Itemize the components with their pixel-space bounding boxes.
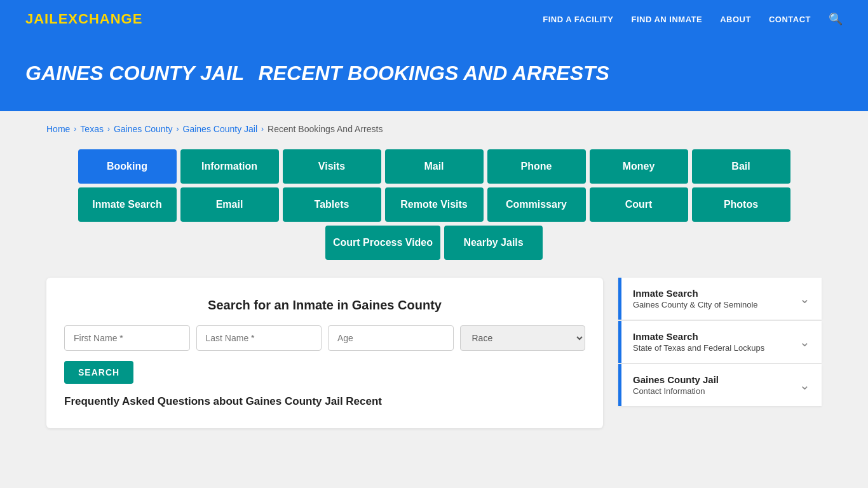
btn-email[interactable]: Email [180,187,279,222]
btn-photos[interactable]: Photos [692,187,790,222]
btn-information[interactable]: Information [180,149,279,184]
site-logo[interactable]: JAILEXCHANGE [25,11,142,27]
breadcrumb-sep-1: › [74,125,76,133]
race-select[interactable]: Race White Black Hispanic Asian Other [460,325,586,351]
btn-phone[interactable]: Phone [487,149,586,184]
breadcrumb-gaines-county[interactable]: Gaines County [114,124,173,134]
btn-money[interactable]: Money [590,149,688,184]
sidebar-item-3-subtitle: Contact Information [633,386,719,396]
content-layout: Search for an Inmate in Gaines County Ra… [46,278,822,428]
logo-jail: JAIL [25,11,58,27]
chevron-down-icon: ⌄ [799,291,810,306]
main-nav: FIND A FACILITY FIND AN INMATE ABOUT CON… [543,12,843,26]
breadcrumb-sep-3: › [177,125,179,133]
search-heading: Search for an Inmate in Gaines County [64,298,585,313]
btn-inmate-search[interactable]: Inmate Search [78,187,177,222]
breadcrumb-current: Recent Bookings And Arrests [268,124,383,134]
btn-tablets[interactable]: Tablets [283,187,381,222]
breadcrumb-home[interactable]: Home [46,124,70,134]
sidebar-item-1-title: Inmate Search [633,288,758,299]
btn-court[interactable]: Court [590,187,688,222]
search-form: Race White Black Hispanic Asian Other [64,325,585,351]
btn-court-process-video[interactable]: Court Process Video [325,226,440,260]
breadcrumb-texas[interactable]: Texas [80,124,104,134]
navigation-buttons: Booking Information Visits Mail Phone Mo… [46,149,822,260]
site-header: JAILEXCHANGE FIND A FACILITY FIND AN INM… [0,0,868,38]
breadcrumb-sep-4: › [261,125,264,133]
sidebar-item-2-subtitle: State of Texas and Federal Lockups [633,343,764,353]
btn-bail[interactable]: Bail [692,149,790,184]
chevron-down-icon-2: ⌄ [799,334,810,349]
nav-find-inmate[interactable]: FIND AN INMATE [631,15,702,24]
sidebar-item-1-subtitle: Gaines County & City of Seminole [633,300,758,309]
main-content: Home › Texas › Gaines County › Gaines Co… [21,111,847,441]
btn-remote-visits[interactable]: Remote Visits [385,187,484,222]
page-title: Gaines County Jail RECENT BOOKINGS AND A… [25,57,843,86]
nav-find-facility[interactable]: FIND A FACILITY [543,15,613,24]
logo-exchange: EXCHANGE [58,11,143,27]
button-row-1: Booking Information Visits Mail Phone Mo… [46,149,822,184]
nav-about[interactable]: ABOUT [720,15,751,24]
last-name-input[interactable] [196,325,322,351]
sidebar-item-2[interactable]: Inmate Search State of Texas and Federal… [618,321,822,363]
sidebar-item-2-title: Inmate Search [633,331,764,342]
chevron-down-icon-3: ⌄ [799,377,810,393]
first-name-input[interactable] [64,325,190,351]
btn-visits[interactable]: Visits [283,149,381,184]
search-icon[interactable]: 🔍 [829,12,843,26]
breadcrumb: Home › Texas › Gaines County › Gaines Co… [46,124,822,134]
search-section: Search for an Inmate in Gaines County Ra… [46,278,603,428]
button-row-3: Court Process Video Nearby Jails [46,226,822,260]
breadcrumb-gaines-county-jail[interactable]: Gaines County Jail [183,124,258,134]
sidebar-item-3[interactable]: Gaines County Jail Contact Information ⌄ [618,364,822,406]
sidebar-item-1[interactable]: Inmate Search Gaines County & City of Se… [618,278,822,320]
sidebar-item-3-title: Gaines County Jail [633,374,719,385]
age-input[interactable] [328,325,454,351]
btn-booking[interactable]: Booking [78,149,177,184]
sidebar: Inmate Search Gaines County & City of Se… [618,278,822,406]
section-preview: Frequently Asked Questions about Gaines … [64,395,585,408]
nav-contact[interactable]: CONTACT [769,15,811,24]
btn-commissary[interactable]: Commissary [487,187,586,222]
breadcrumb-sep-2: › [107,125,110,133]
hero-section: Gaines County Jail RECENT BOOKINGS AND A… [0,38,868,111]
search-button[interactable]: SEARCH [64,361,133,384]
btn-nearby-jails[interactable]: Nearby Jails [444,226,543,260]
btn-mail[interactable]: Mail [385,149,484,184]
button-row-2: Inmate Search Email Tablets Remote Visit… [46,187,822,222]
